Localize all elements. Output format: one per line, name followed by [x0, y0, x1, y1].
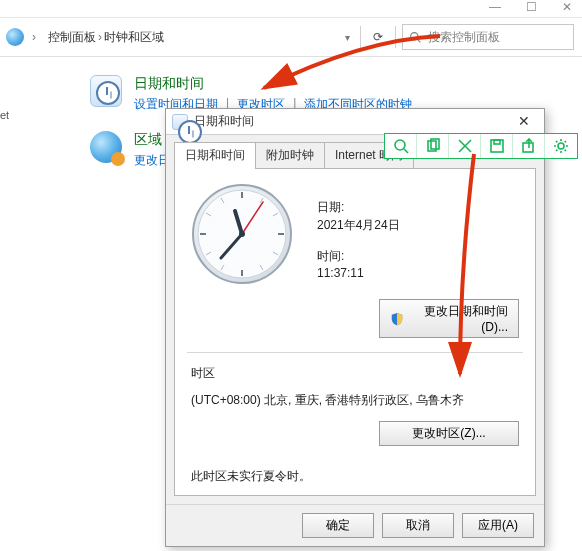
- search-input[interactable]: 搜索控制面板: [402, 24, 574, 50]
- shuffle-icon: [457, 138, 473, 154]
- svg-point-19: [239, 231, 245, 237]
- svg-point-29: [558, 143, 564, 149]
- search-icon: [393, 138, 409, 154]
- breadcrumb-root[interactable]: 控制面板: [48, 29, 96, 46]
- time-value: 11:37:11: [317, 266, 400, 280]
- clock-icon: [172, 114, 188, 130]
- explorer-topbar: › 控制面板 › 时钟和区域 ▾ ⟳ 搜索控制面板: [0, 18, 582, 57]
- apply-button[interactable]: 应用(A): [462, 513, 534, 538]
- toolbar-share-button[interactable]: [513, 134, 545, 158]
- share-icon: [521, 138, 537, 154]
- breadcrumb[interactable]: 控制面板 › 时钟和区域 ▾: [44, 24, 354, 50]
- svg-point-20: [395, 140, 405, 150]
- copy-icon: [425, 138, 441, 154]
- search-placeholder: 搜索控制面板: [428, 29, 500, 46]
- timezone-heading: 时区: [191, 365, 519, 382]
- date-value: 2021年4月24日: [317, 217, 400, 234]
- sidebar-fragment: et: [0, 109, 14, 121]
- tab-date-and-time[interactable]: 日期和时间: [174, 142, 256, 169]
- shield-icon: [390, 312, 404, 326]
- dialog-titlebar[interactable]: 日期和时间 ✕: [166, 109, 544, 135]
- close-button[interactable]: ✕: [558, 0, 576, 14]
- timezone-value: (UTC+08:00) 北京, 重庆, 香港特别行政区, 乌鲁木齐: [191, 392, 519, 409]
- svg-line-1: [417, 39, 420, 42]
- dialog-button-row: 确定 取消 应用(A): [166, 504, 544, 546]
- chevron-right-icon: ›: [96, 30, 104, 44]
- tab-pane-date-and-time: 日期: 2021年4月24日 时间: 11:37:11 更改日期和时间(D)..…: [174, 168, 536, 496]
- dst-note: 此时区未实行夏令时。: [191, 468, 519, 485]
- toolbar-settings-button[interactable]: [545, 134, 577, 158]
- address-dropdown[interactable]: ▾: [345, 32, 350, 43]
- svg-point-0: [411, 32, 418, 39]
- change-timezone-button[interactable]: 更改时区(Z)...: [379, 421, 519, 446]
- svg-rect-27: [494, 140, 500, 144]
- dialog-close-button[interactable]: ✕: [510, 112, 538, 132]
- svg-line-21: [404, 149, 408, 153]
- save-icon: [489, 138, 505, 154]
- svg-rect-26: [491, 140, 503, 152]
- time-label: 时间:: [317, 248, 400, 265]
- toolbar-shuffle-button[interactable]: [449, 134, 481, 158]
- annotation-toolbar: [384, 133, 578, 159]
- change-date-time-button[interactable]: 更改日期和时间(D)...: [379, 299, 519, 338]
- date-label: 日期:: [317, 199, 400, 216]
- maximize-button[interactable]: ☐: [522, 0, 540, 14]
- divider: [395, 26, 396, 48]
- control-panel-icon: [6, 28, 24, 46]
- outer-window-titlebar: — ☐ ✕: [0, 0, 582, 18]
- cancel-button[interactable]: 取消: [382, 513, 454, 538]
- toolbar-copy-button[interactable]: [417, 134, 449, 158]
- breadcrumb-current[interactable]: 时钟和区域: [104, 29, 164, 46]
- date-time-dialog: 日期和时间 ✕ 日期和时间 附加时钟 Internet 时间: [165, 108, 545, 547]
- outer-window-controls: — ☐ ✕: [486, 0, 576, 14]
- analog-clock: [191, 183, 293, 285]
- globe-icon: [90, 131, 122, 163]
- minimize-button[interactable]: —: [486, 0, 504, 14]
- tab-additional-clocks[interactable]: 附加时钟: [255, 142, 325, 169]
- date-time-info: 日期: 2021年4月24日 时间: 11:37:11: [317, 183, 400, 285]
- svg-rect-28: [523, 143, 533, 152]
- refresh-button[interactable]: ⟳: [367, 30, 389, 44]
- toolbar-save-button[interactable]: [481, 134, 513, 158]
- search-icon: [409, 31, 422, 44]
- ok-button[interactable]: 确定: [302, 513, 374, 538]
- dialog-title: 日期和时间: [194, 113, 504, 130]
- category-title[interactable]: 日期和时间: [134, 75, 412, 93]
- chevron-right-icon: ›: [30, 30, 38, 44]
- divider: [360, 26, 361, 48]
- gear-icon: [553, 138, 569, 154]
- toolbar-search-button[interactable]: [385, 134, 417, 158]
- clock-icon: [90, 75, 122, 107]
